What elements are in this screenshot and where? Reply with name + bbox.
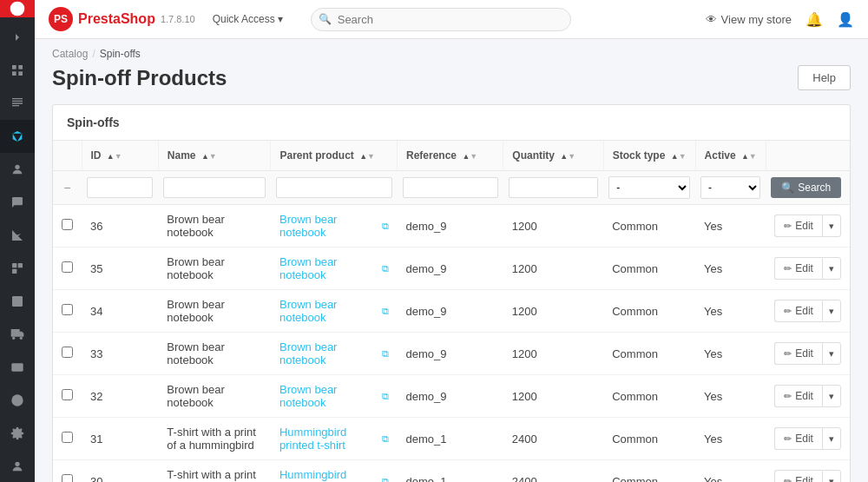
row-parent-link[interactable]: Hummingbird printed t-shirt ⧉ [279, 468, 389, 482]
row-checkbox[interactable] [62, 219, 73, 230]
sidebar-navigation [0, 21, 35, 417]
row-parent-link[interactable]: Brown bear notebook ⧉ [279, 383, 389, 409]
sidebar-item-admin[interactable] [0, 450, 35, 482]
breadcrumb-current: Spin-offs [100, 48, 141, 60]
sidebar-logo [0, 0, 35, 17]
sidebar-item-design[interactable] [0, 285, 35, 318]
row-parent-link[interactable]: Brown bear notebook ⧉ [279, 255, 389, 281]
row-checkbox[interactable] [62, 474, 73, 482]
row-name: Brown bear notebook [158, 290, 271, 333]
row-parent-link[interactable]: Brown bear notebook ⧉ [279, 213, 389, 239]
row-checkbox[interactable] [62, 304, 73, 315]
row-parent-link[interactable]: Hummingbird printed t-shirt ⧉ [279, 426, 389, 452]
sidebar-item-international[interactable] [0, 384, 35, 417]
row-parent-link[interactable]: Brown bear notebook ⧉ [279, 340, 389, 366]
edit-dropdown-button[interactable]: ▾ [822, 427, 841, 450]
topbar-right: 👁 View my store 🔔 👤 [706, 11, 854, 28]
row-active: Yes [695, 418, 766, 460]
edit-button[interactable]: ✏ Edit [774, 257, 822, 280]
edit-dropdown-button[interactable]: ▾ [822, 215, 841, 237]
products-table: ID ▲▼ Name ▲▼ Parent product ▲▼ Referenc… [53, 141, 850, 482]
table-row: 34 Brown bear notebook Brown bear notebo… [53, 290, 850, 333]
quick-access-button[interactable]: Quick Access ▾ [213, 13, 283, 25]
filter-search-cell: 🔍 Search [766, 171, 850, 205]
sidebar-item-modules[interactable] [0, 252, 35, 285]
table-row: 30 T-shirt with a print of a hummingbird… [53, 460, 850, 483]
sidebar-item-payment[interactable] [0, 351, 35, 384]
filter-qty-input[interactable] [509, 177, 598, 198]
row-checkbox[interactable] [62, 261, 73, 273]
edit-button[interactable]: ✏ Edit [774, 385, 822, 407]
filter-name-input[interactable] [163, 177, 266, 198]
sidebar-item-messages[interactable] [0, 186, 35, 219]
row-name: Brown bear notebook [158, 248, 271, 290]
breadcrumb-catalog[interactable]: Catalog [52, 48, 88, 60]
edit-dropdown-button[interactable]: ▾ [822, 257, 841, 280]
edit-button[interactable]: ✏ Edit [774, 342, 822, 365]
edit-button[interactable]: ✏ Edit [774, 470, 822, 482]
edit-dropdown-button[interactable]: ▾ [822, 300, 841, 322]
th-name[interactable]: Name ▲▼ [158, 141, 271, 171]
row-checkbox[interactable] [62, 389, 73, 400]
filter-search-button[interactable]: 🔍 Search [771, 177, 841, 198]
sidebar-item-catalog[interactable] [0, 120, 35, 153]
th-quantity[interactable]: Quantity ▲▼ [503, 141, 603, 171]
th-actions [766, 141, 850, 171]
table-row: 35 Brown bear notebook Brown bear notebo… [53, 248, 850, 290]
edit-dropdown-button[interactable]: ▾ [822, 385, 841, 407]
table-body: 36 Brown bear notebook Brown bear notebo… [53, 205, 850, 483]
th-active[interactable]: Active ▲▼ [695, 141, 766, 171]
account-icon[interactable]: 👤 [837, 11, 854, 28]
row-reference: demo_9 [398, 375, 503, 418]
pencil-icon: ✏ [784, 476, 792, 483]
notification-icon[interactable]: 🔔 [806, 11, 823, 28]
th-reference[interactable]: Reference ▲▼ [398, 141, 503, 171]
row-checkbox[interactable] [62, 432, 73, 443]
sidebar-item-shipping[interactable] [0, 318, 35, 351]
row-id: 33 [82, 333, 158, 375]
row-parent-link[interactable]: Brown bear notebook ⧉ [279, 298, 389, 324]
topbar-logo: PS PrestaShop 1.7.8.10 [49, 7, 195, 31]
row-parent: Brown bear notebook ⧉ [271, 333, 398, 375]
edit-dropdown-button[interactable]: ▾ [822, 470, 841, 482]
sidebar-item-settings[interactable] [0, 417, 35, 450]
topbar-search-input[interactable] [311, 8, 571, 31]
svg-rect-1 [12, 65, 16, 69]
svg-rect-2 [18, 65, 23, 69]
sidebar-item-customers[interactable] [0, 153, 35, 186]
th-id[interactable]: ID ▲▼ [82, 141, 158, 171]
sidebar-item-dashboard[interactable] [0, 54, 35, 87]
filter-stock-select[interactable]: - Common [608, 176, 690, 199]
external-link-icon: ⧉ [382, 306, 389, 317]
page-content: Catalog / Spin-offs Spin-off Products He… [35, 39, 868, 482]
help-button[interactable]: Help [798, 65, 851, 90]
row-name: Brown bear notebook [158, 333, 271, 375]
edit-button[interactable]: ✏ Edit [774, 300, 822, 322]
external-link-icon: ⧉ [382, 221, 389, 232]
svg-point-11 [20, 337, 23, 340]
th-stock-type[interactable]: Stock type ▲▼ [603, 141, 695, 171]
edit-button[interactable]: ✏ Edit [774, 215, 822, 237]
filter-ref-input[interactable] [403, 177, 498, 198]
sidebar-item-stats[interactable] [0, 219, 35, 252]
topbar-search-wrap: 🔍 [311, 8, 571, 31]
edit-dropdown-button[interactable]: ▾ [822, 342, 841, 365]
pencil-icon: ✏ [784, 391, 792, 402]
th-parent[interactable]: Parent product ▲▼ [271, 141, 398, 171]
filter-id-input[interactable] [87, 177, 153, 198]
row-quantity: 1200 [503, 375, 603, 418]
row-active: Yes [695, 290, 766, 333]
row-checkbox[interactable] [62, 347, 73, 358]
row-quantity: 2400 [503, 460, 603, 483]
filter-parent-input[interactable] [276, 177, 392, 198]
row-id: 34 [82, 290, 158, 333]
table-row: 33 Brown bear notebook Brown bear notebo… [53, 333, 850, 375]
table-header-row: ID ▲▼ Name ▲▼ Parent product ▲▼ Referenc… [53, 141, 850, 171]
filter-active-select[interactable]: - Yes No [700, 176, 760, 199]
view-store-button[interactable]: 👁 View my store [706, 13, 792, 26]
edit-button[interactable]: ✏ Edit [774, 427, 822, 450]
row-checkbox-cell [53, 375, 82, 418]
sidebar-item-orders[interactable] [0, 87, 35, 120]
row-checkbox-cell [53, 205, 82, 248]
sidebar-expand[interactable] [0, 21, 35, 54]
